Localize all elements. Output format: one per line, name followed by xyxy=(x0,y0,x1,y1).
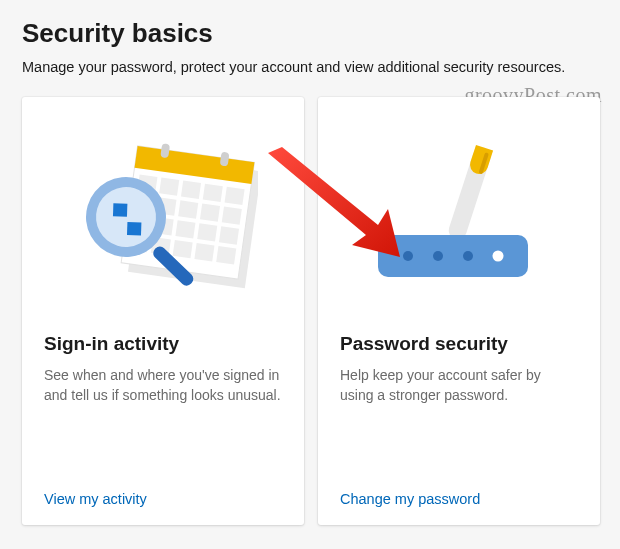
svg-rect-14 xyxy=(222,206,242,224)
card-title: Password security xyxy=(340,333,578,355)
svg-rect-12 xyxy=(178,200,198,218)
card-sign-in-activity[interactable]: Sign-in activity See when and where you'… xyxy=(22,97,304,525)
svg-point-38 xyxy=(493,251,504,262)
svg-rect-34 xyxy=(378,235,528,277)
card-password-security[interactable]: Password security Help keep your account… xyxy=(318,97,600,525)
svg-rect-22 xyxy=(173,240,193,258)
svg-rect-24 xyxy=(216,246,236,264)
svg-rect-17 xyxy=(175,220,195,238)
svg-rect-28 xyxy=(113,203,127,216)
svg-rect-6 xyxy=(159,178,179,196)
svg-rect-13 xyxy=(200,203,220,221)
svg-rect-29 xyxy=(127,222,141,235)
view-my-activity-link[interactable]: View my activity xyxy=(44,481,282,507)
sign-in-activity-illustration xyxy=(44,117,282,327)
svg-rect-18 xyxy=(197,223,217,241)
svg-point-37 xyxy=(463,251,473,261)
password-security-illustration xyxy=(340,117,578,327)
svg-rect-8 xyxy=(203,184,223,202)
password-pen-icon xyxy=(354,137,564,307)
card-description: Help keep your account safer by using a … xyxy=(340,365,578,406)
page-subtitle: Manage your password, protect your accou… xyxy=(22,59,604,75)
page-title: Security basics xyxy=(22,18,604,49)
cards-row: Sign-in activity See when and where you'… xyxy=(22,97,604,525)
svg-rect-7 xyxy=(181,181,201,199)
security-basics-page: Security basics Manage your password, pr… xyxy=(0,0,620,525)
svg-point-35 xyxy=(403,251,413,261)
change-my-password-link[interactable]: Change my password xyxy=(340,481,578,507)
svg-rect-9 xyxy=(225,187,245,205)
svg-rect-23 xyxy=(194,243,214,261)
calendar-magnifier-icon xyxy=(68,137,258,307)
svg-point-36 xyxy=(433,251,443,261)
svg-rect-19 xyxy=(219,226,239,244)
card-description: See when and where you've signed in and … xyxy=(44,365,282,406)
card-title: Sign-in activity xyxy=(44,333,282,355)
